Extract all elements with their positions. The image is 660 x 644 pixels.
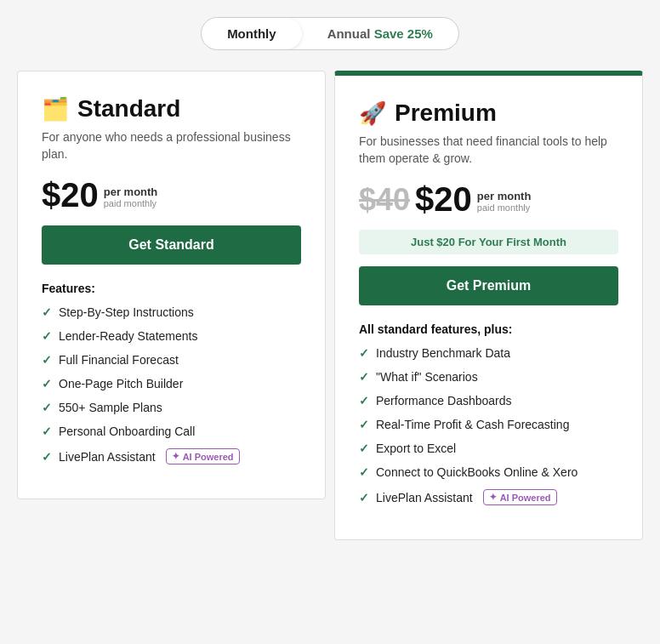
annual-save-badge: Save 25% — [374, 26, 433, 41]
pcheck-icon-7: ✓ — [359, 491, 369, 504]
premium-ai-badge-text: AI Powered — [500, 493, 551, 503]
premium-original-price: $40 — [359, 183, 410, 217]
standard-feature-text-4: One-Page Pitch Builder — [59, 377, 183, 390]
standard-features-label: Features: — [42, 282, 301, 295]
premium-feature-text-7: LivePlan Assistant — [376, 491, 473, 504]
premium-feature-text-3: Performance Dashboards — [376, 394, 512, 407]
billing-toggle[interactable]: Monthly Annual Save 25% — [201, 17, 459, 50]
premium-feature-text-5: Export to Excel — [376, 442, 456, 455]
pcheck-icon-3: ✓ — [359, 394, 369, 407]
standard-feature-text-3: Full Financial Forecast — [59, 353, 179, 367]
check-icon-5: ✓ — [42, 401, 52, 414]
standard-feature-4: ✓ One-Page Pitch Builder — [42, 377, 301, 390]
standard-feature-text-5: 550+ Sample Plans — [59, 401, 162, 414]
premium-ai-badge-icon: ✦ — [489, 492, 497, 503]
standard-feature-3: ✓ Full Financial Forecast — [42, 353, 301, 367]
standard-feature-text-6: Personal Onboarding Call — [59, 425, 195, 438]
premium-per-period: per month paid monthly — [477, 190, 532, 213]
standard-feature-1: ✓ Step-By-Step Instructions — [42, 305, 301, 319]
standard-feature-7: ✓ LivePlan Assistant ✦ AI Powered — [42, 448, 301, 464]
premium-price-section: $40 $20 per month paid monthly — [359, 182, 618, 216]
premium-feature-5: ✓ Export to Excel — [359, 442, 618, 455]
standard-ai-badge-text: AI Powered — [183, 452, 234, 462]
premium-name: Premium — [395, 100, 497, 127]
premium-description: For businesses that need financial tools… — [359, 134, 618, 167]
pcheck-icon-2: ✓ — [359, 370, 369, 384]
monthly-toggle[interactable]: Monthly — [202, 18, 302, 49]
pcheck-icon-4: ✓ — [359, 418, 369, 431]
check-icon-6: ✓ — [42, 425, 52, 438]
check-icon-1: ✓ — [42, 305, 52, 319]
standard-ai-badge: ✦ AI Powered — [166, 448, 240, 464]
standard-card: 🗂️ Standard For anyone who needs a profe… — [17, 71, 326, 499]
premium-card: 🚀 Premium For businesses that need finan… — [334, 71, 643, 540]
pcheck-icon-1: ✓ — [359, 346, 369, 360]
standard-paid-label: paid monthly — [104, 198, 158, 208]
premium-feature-text-6: Connect to QuickBooks Online & Xero — [376, 465, 578, 479]
premium-feature-7: ✓ LivePlan Assistant ✦ AI Powered — [359, 489, 618, 505]
standard-icon: 🗂️ — [42, 96, 69, 123]
standard-feature-text-2: Lender-Ready Statements — [59, 329, 197, 343]
pcheck-icon-5: ✓ — [359, 442, 369, 455]
standard-feature-5: ✓ 550+ Sample Plans — [42, 401, 301, 414]
check-icon-4: ✓ — [42, 377, 52, 390]
standard-feature-text-1: Step-By-Step Instructions — [59, 305, 194, 319]
standard-name: Standard — [77, 95, 180, 123]
standard-feature-6: ✓ Personal Onboarding Call — [42, 425, 301, 438]
standard-per-period: per month paid monthly — [104, 185, 158, 208]
premium-feature-1: ✓ Industry Benchmark Data — [359, 346, 618, 360]
standard-price-row: $20 per month paid monthly — [42, 178, 301, 212]
premium-feature-6: ✓ Connect to QuickBooks Online & Xero — [359, 465, 618, 479]
premium-feature-text-4: Real-Time Profit & Cash Forecasting — [376, 418, 569, 431]
premium-price-row: $40 $20 per month paid monthly — [359, 182, 618, 216]
premium-features-label: All standard features, plus: — [359, 322, 618, 336]
premium-paid-label: paid monthly — [477, 202, 532, 213]
premium-promo-banner: Just $20 For Your First Month — [359, 230, 618, 254]
standard-description: For anyone who needs a professional busi… — [42, 129, 301, 162]
standard-price-section: $20 per month paid monthly — [42, 178, 301, 212]
premium-feature-2: ✓ "What if" Scenarios — [359, 370, 618, 384]
premium-feature-4: ✓ Real-Time Profit & Cash Forecasting — [359, 418, 618, 431]
premium-cta-button[interactable]: Get Premium — [359, 266, 618, 305]
check-icon-7: ✓ — [42, 450, 52, 464]
check-icon-3: ✓ — [42, 353, 52, 367]
premium-per-month: per month — [477, 190, 532, 202]
premium-current-price: $20 — [415, 182, 472, 216]
premium-feature-3: ✓ Performance Dashboards — [359, 394, 618, 407]
premium-icon: 🚀 — [359, 100, 386, 127]
pcheck-icon-6: ✓ — [359, 465, 369, 479]
premium-feature-text-1: Industry Benchmark Data — [376, 346, 510, 360]
standard-feature-2: ✓ Lender-Ready Statements — [42, 329, 301, 343]
standard-cta-button[interactable]: Get Standard — [42, 225, 301, 265]
standard-header: 🗂️ Standard — [42, 95, 301, 123]
annual-label: Annual — [327, 26, 371, 41]
pricing-cards: 🗂️ Standard For anyone who needs a profe… — [17, 71, 643, 540]
annual-toggle[interactable]: Annual Save 25% — [302, 18, 458, 49]
ai-badge-icon: ✦ — [172, 451, 179, 462]
premium-feature-text-2: "What if" Scenarios — [376, 370, 478, 384]
standard-per-month: per month — [104, 185, 158, 198]
check-icon-2: ✓ — [42, 329, 52, 343]
premium-header: 🚀 Premium — [359, 100, 618, 127]
standard-feature-text-7: LivePlan Assistant — [59, 450, 156, 464]
standard-price: $20 — [42, 178, 99, 212]
premium-ai-badge: ✦ AI Powered — [483, 489, 557, 505]
